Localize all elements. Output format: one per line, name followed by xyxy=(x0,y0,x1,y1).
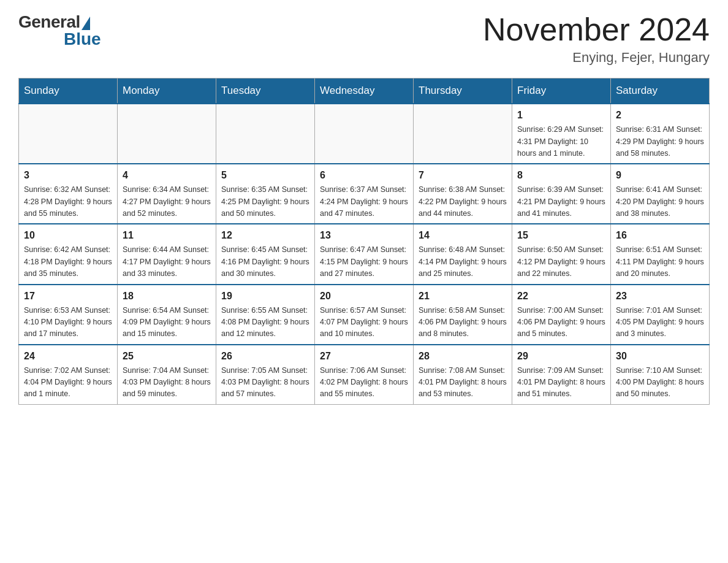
day-sun-info: Sunrise: 6:29 AM Sunset: 4:31 PM Dayligh… xyxy=(517,124,605,159)
day-number: 4 xyxy=(123,168,211,183)
day-number: 2 xyxy=(616,108,704,123)
calendar-day-cell: 13Sunrise: 6:47 AM Sunset: 4:15 PM Dayli… xyxy=(315,224,414,284)
day-number: 3 xyxy=(24,168,112,183)
day-number: 5 xyxy=(221,168,309,183)
day-sun-info: Sunrise: 6:54 AM Sunset: 4:09 PM Dayligh… xyxy=(123,305,211,340)
calendar-day-cell xyxy=(414,104,512,164)
day-sun-info: Sunrise: 6:50 AM Sunset: 4:12 PM Dayligh… xyxy=(517,244,605,280)
day-number: 6 xyxy=(320,168,408,183)
calendar-day-cell: 23Sunrise: 7:01 AM Sunset: 4:05 PM Dayli… xyxy=(611,285,710,345)
weekday-header-tuesday: Tuesday xyxy=(216,79,315,104)
day-number: 28 xyxy=(419,349,507,364)
calendar-day-cell xyxy=(216,104,315,164)
calendar-day-cell: 3Sunrise: 6:32 AM Sunset: 4:28 PM Daylig… xyxy=(19,164,118,224)
day-sun-info: Sunrise: 7:01 AM Sunset: 4:05 PM Dayligh… xyxy=(616,305,704,340)
day-sun-info: Sunrise: 6:45 AM Sunset: 4:16 PM Dayligh… xyxy=(221,244,309,280)
calendar-day-cell: 26Sunrise: 7:05 AM Sunset: 4:03 PM Dayli… xyxy=(216,345,315,405)
calendar-day-cell xyxy=(19,104,118,164)
day-sun-info: Sunrise: 6:39 AM Sunset: 4:21 PM Dayligh… xyxy=(517,184,605,220)
calendar-day-cell: 7Sunrise: 6:38 AM Sunset: 4:22 PM Daylig… xyxy=(414,164,512,224)
calendar-day-cell: 30Sunrise: 7:10 AM Sunset: 4:00 PM Dayli… xyxy=(611,345,710,405)
calendar-header-row: SundayMondayTuesdayWednesdayThursdayFrid… xyxy=(19,79,710,104)
calendar-day-cell: 24Sunrise: 7:02 AM Sunset: 4:04 PM Dayli… xyxy=(19,345,118,405)
calendar-day-cell: 22Sunrise: 7:00 AM Sunset: 4:06 PM Dayli… xyxy=(512,285,611,345)
day-number: 19 xyxy=(221,289,309,304)
day-number: 17 xyxy=(24,289,112,304)
calendar-day-cell xyxy=(118,104,216,164)
calendar-week-row: 1Sunrise: 6:29 AM Sunset: 4:31 PM Daylig… xyxy=(19,104,710,164)
day-number: 9 xyxy=(616,168,704,183)
day-sun-info: Sunrise: 6:58 AM Sunset: 4:06 PM Dayligh… xyxy=(419,305,507,340)
calendar-day-cell: 28Sunrise: 7:08 AM Sunset: 4:01 PM Dayli… xyxy=(414,345,512,405)
day-sun-info: Sunrise: 6:55 AM Sunset: 4:08 PM Dayligh… xyxy=(221,305,309,340)
day-number: 27 xyxy=(320,349,408,364)
weekday-header-thursday: Thursday xyxy=(414,79,512,104)
day-number: 26 xyxy=(221,349,309,364)
weekday-header-friday: Friday xyxy=(512,79,611,104)
day-sun-info: Sunrise: 6:37 AM Sunset: 4:24 PM Dayligh… xyxy=(320,184,408,220)
day-sun-info: Sunrise: 7:06 AM Sunset: 4:02 PM Dayligh… xyxy=(320,365,408,400)
calendar-day-cell: 5Sunrise: 6:35 AM Sunset: 4:25 PM Daylig… xyxy=(216,164,315,224)
day-sun-info: Sunrise: 7:00 AM Sunset: 4:06 PM Dayligh… xyxy=(517,305,605,340)
day-sun-info: Sunrise: 7:08 AM Sunset: 4:01 PM Dayligh… xyxy=(419,365,507,400)
day-sun-info: Sunrise: 6:41 AM Sunset: 4:20 PM Dayligh… xyxy=(616,184,704,220)
logo-blue-text: Blue xyxy=(64,29,101,49)
day-sun-info: Sunrise: 7:04 AM Sunset: 4:03 PM Dayligh… xyxy=(123,365,211,400)
calendar-day-cell xyxy=(315,104,414,164)
day-number: 30 xyxy=(616,349,704,364)
calendar-day-cell: 20Sunrise: 6:57 AM Sunset: 4:07 PM Dayli… xyxy=(315,285,414,345)
calendar-day-cell: 27Sunrise: 7:06 AM Sunset: 4:02 PM Dayli… xyxy=(315,345,414,405)
calendar-day-cell: 9Sunrise: 6:41 AM Sunset: 4:20 PM Daylig… xyxy=(611,164,710,224)
weekday-header-monday: Monday xyxy=(118,79,216,104)
weekday-header-sunday: Sunday xyxy=(19,79,118,104)
page-header: General Blue November 2024 Enying, Fejer… xyxy=(18,12,710,66)
day-number: 23 xyxy=(616,289,704,304)
day-number: 21 xyxy=(419,289,507,304)
calendar-day-cell: 18Sunrise: 6:54 AM Sunset: 4:09 PM Dayli… xyxy=(118,285,216,345)
day-sun-info: Sunrise: 6:35 AM Sunset: 4:25 PM Dayligh… xyxy=(221,184,309,220)
calendar-week-row: 17Sunrise: 6:53 AM Sunset: 4:10 PM Dayli… xyxy=(19,285,710,345)
calendar-day-cell: 16Sunrise: 6:51 AM Sunset: 4:11 PM Dayli… xyxy=(611,224,710,284)
day-sun-info: Sunrise: 6:32 AM Sunset: 4:28 PM Dayligh… xyxy=(24,184,112,220)
logo: General Blue xyxy=(18,12,101,49)
day-sun-info: Sunrise: 7:05 AM Sunset: 4:03 PM Dayligh… xyxy=(221,365,309,400)
calendar-day-cell: 8Sunrise: 6:39 AM Sunset: 4:21 PM Daylig… xyxy=(512,164,611,224)
calendar-table: SundayMondayTuesdayWednesdayThursdayFrid… xyxy=(18,78,710,405)
calendar-day-cell: 1Sunrise: 6:29 AM Sunset: 4:31 PM Daylig… xyxy=(512,104,611,164)
day-sun-info: Sunrise: 6:42 AM Sunset: 4:18 PM Dayligh… xyxy=(24,244,112,280)
calendar-day-cell: 10Sunrise: 6:42 AM Sunset: 4:18 PM Dayli… xyxy=(19,224,118,284)
day-number: 14 xyxy=(419,228,507,243)
day-number: 12 xyxy=(221,228,309,243)
calendar-day-cell: 11Sunrise: 6:44 AM Sunset: 4:17 PM Dayli… xyxy=(118,224,216,284)
calendar-day-cell: 17Sunrise: 6:53 AM Sunset: 4:10 PM Dayli… xyxy=(19,285,118,345)
calendar-day-cell: 4Sunrise: 6:34 AM Sunset: 4:27 PM Daylig… xyxy=(118,164,216,224)
day-sun-info: Sunrise: 7:10 AM Sunset: 4:00 PM Dayligh… xyxy=(616,365,704,400)
day-sun-info: Sunrise: 6:51 AM Sunset: 4:11 PM Dayligh… xyxy=(616,244,704,280)
day-number: 10 xyxy=(24,228,112,243)
day-sun-info: Sunrise: 6:44 AM Sunset: 4:17 PM Dayligh… xyxy=(123,244,211,280)
day-sun-info: Sunrise: 6:53 AM Sunset: 4:10 PM Dayligh… xyxy=(24,305,112,340)
day-sun-info: Sunrise: 6:57 AM Sunset: 4:07 PM Dayligh… xyxy=(320,305,408,340)
day-sun-info: Sunrise: 6:48 AM Sunset: 4:14 PM Dayligh… xyxy=(419,244,507,280)
day-number: 7 xyxy=(419,168,507,183)
calendar-day-cell: 2Sunrise: 6:31 AM Sunset: 4:29 PM Daylig… xyxy=(611,104,710,164)
calendar-day-cell: 15Sunrise: 6:50 AM Sunset: 4:12 PM Dayli… xyxy=(512,224,611,284)
day-sun-info: Sunrise: 6:34 AM Sunset: 4:27 PM Dayligh… xyxy=(123,184,211,220)
location-subtitle: Enying, Fejer, Hungary xyxy=(483,50,710,66)
calendar-day-cell: 25Sunrise: 7:04 AM Sunset: 4:03 PM Dayli… xyxy=(118,345,216,405)
day-number: 22 xyxy=(517,289,605,304)
header-right: November 2024 Enying, Fejer, Hungary xyxy=(483,12,710,66)
day-sun-info: Sunrise: 7:02 AM Sunset: 4:04 PM Dayligh… xyxy=(24,365,112,400)
calendar-day-cell: 29Sunrise: 7:09 AM Sunset: 4:01 PM Dayli… xyxy=(512,345,611,405)
day-number: 29 xyxy=(517,349,605,364)
logo-triangle-icon xyxy=(82,17,90,30)
logo-blue-label xyxy=(18,29,61,49)
day-number: 11 xyxy=(123,228,211,243)
day-number: 18 xyxy=(123,289,211,304)
day-sun-info: Sunrise: 7:09 AM Sunset: 4:01 PM Dayligh… xyxy=(517,365,605,400)
day-number: 24 xyxy=(24,349,112,364)
day-sun-info: Sunrise: 6:47 AM Sunset: 4:15 PM Dayligh… xyxy=(320,244,408,280)
day-number: 20 xyxy=(320,289,408,304)
month-year-title: November 2024 xyxy=(483,12,710,47)
day-number: 13 xyxy=(320,228,408,243)
